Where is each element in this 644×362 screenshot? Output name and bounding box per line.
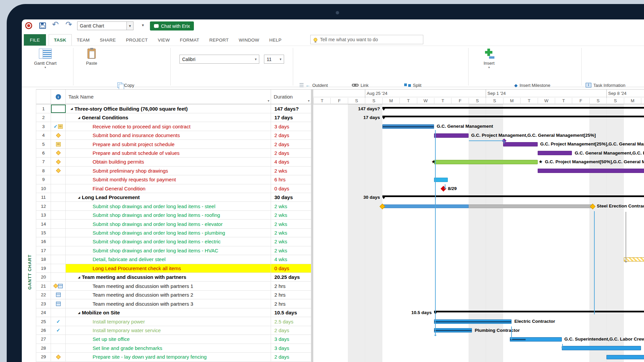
- collapse-triangle-icon[interactable]: ◢: [78, 116, 80, 119]
- indicator-cell[interactable]: [51, 149, 66, 157]
- row-number-cell[interactable]: 13: [36, 211, 51, 219]
- task-name-cell[interactable]: Prepare site - lay down yard and tempora…: [66, 353, 271, 361]
- save-icon[interactable]: [39, 22, 46, 29]
- tab-window[interactable]: WINDOW: [234, 34, 264, 46]
- link-button[interactable]: Link: [352, 81, 369, 89]
- indicator-cell[interactable]: [51, 299, 66, 308]
- duration-cell[interactable]: 30 days: [271, 193, 311, 201]
- summary-bar[interactable]: [434, 311, 644, 312]
- row-number-cell[interactable]: 17: [36, 246, 51, 255]
- task-row[interactable]: 8Submit preliminary shop drawings2 wks: [36, 167, 311, 175]
- row-number-cell[interactable]: 21: [36, 282, 51, 290]
- row-number-cell[interactable]: 12: [36, 202, 51, 210]
- task-name-cell[interactable]: Submit shop drawings and order long lead…: [66, 237, 271, 246]
- duration-cell[interactable]: 10.5 days: [271, 308, 311, 317]
- duration-cell[interactable]: 2 wks: [271, 229, 311, 237]
- collapse-triangle-icon[interactable]: ◢: [70, 107, 73, 110]
- indicator-cell[interactable]: [51, 237, 66, 246]
- row-number-cell[interactable]: 20: [36, 273, 51, 281]
- duration-cell[interactable]: 0 days: [271, 184, 311, 193]
- indicator-cell[interactable]: ✓: [51, 122, 66, 130]
- duration-cell[interactable]: 2 days: [271, 140, 311, 148]
- task-name-cell[interactable]: Submit shop drawings and order long lead…: [66, 220, 271, 228]
- redo-icon[interactable]: ↷: [65, 20, 72, 29]
- row-number-cell[interactable]: 26: [36, 326, 51, 335]
- task-name-cell[interactable]: Install temporary water service: [66, 326, 271, 335]
- indicator-cell[interactable]: [51, 105, 66, 113]
- task-row[interactable]: 13Submit shop drawings and order long le…: [36, 211, 311, 220]
- insert-milestone-button[interactable]: ◆ Insert Milestone: [514, 81, 550, 89]
- duration-cell[interactable]: 2 wks: [271, 237, 311, 246]
- task-row[interactable]: 1◢Three-story Office Building (76,000 sq…: [36, 105, 311, 113]
- indicator-cell[interactable]: [51, 202, 66, 210]
- row-number-cell[interactable]: 1: [36, 105, 51, 113]
- row-number-cell[interactable]: 18: [36, 255, 51, 263]
- task-name-cell[interactable]: Team meeting and discussion with partner…: [66, 291, 271, 299]
- task-row[interactable]: 3✓Receive notice to proceed and sign con…: [36, 122, 311, 131]
- task-name-cell[interactable]: Team meeting and discussion with partner…: [66, 299, 271, 308]
- task-bar[interactable]: [434, 328, 472, 333]
- summary-bar[interactable]: [382, 107, 644, 109]
- task-name-cell[interactable]: Prepare and submit schedule of values: [66, 149, 271, 157]
- task-bar[interactable]: [434, 133, 469, 138]
- task-bar[interactable]: [510, 337, 561, 342]
- task-row[interactable]: 20◢Team meeting and discussion with part…: [36, 273, 311, 282]
- duration-cell[interactable]: 2 wks: [271, 220, 311, 228]
- task-name-cell[interactable]: Submit monthly requests for payment: [66, 175, 271, 184]
- task-name-cell[interactable]: Prepare and submit project schedule: [66, 140, 271, 148]
- row-number-cell[interactable]: 9: [36, 175, 51, 184]
- task-name-cell[interactable]: Submit preliminary shop drawings: [66, 167, 271, 175]
- tab-format[interactable]: FORMAT: [175, 34, 204, 46]
- indicator-cell[interactable]: [51, 344, 66, 352]
- font-name-select[interactable]: Calibri ▼: [179, 55, 259, 64]
- duration-cell[interactable]: 2 hrs: [271, 299, 311, 308]
- indicator-cell[interactable]: [51, 255, 66, 263]
- chat-with-erix-button[interactable]: Chat with Erix: [150, 21, 194, 31]
- task-row[interactable]: 6Prepare and submit schedule of values2 …: [36, 149, 311, 158]
- tell-me-box[interactable]: Tell me what you want to do: [310, 35, 423, 44]
- indicator-cell[interactable]: [51, 291, 66, 299]
- indicator-cell[interactable]: [51, 113, 66, 122]
- task-row[interactable]: 29Prepare site - lay down yard and tempo…: [36, 353, 311, 361]
- task-name-cell[interactable]: Team meeting and discussion with partner…: [66, 282, 271, 290]
- task-bar[interactable]: [382, 124, 434, 129]
- tab-help[interactable]: HELP: [264, 34, 286, 46]
- duration-cell[interactable]: 2 days: [271, 149, 311, 157]
- record-icon[interactable]: [25, 22, 32, 29]
- duration-cell[interactable]: 4 wks: [271, 255, 311, 263]
- task-row[interactable]: 23Team meeting and discussion with partn…: [36, 299, 311, 308]
- indicator-cell[interactable]: [51, 140, 66, 148]
- task-name-cell[interactable]: Obtain building permits: [66, 158, 271, 166]
- duration-cell[interactable]: 6 hrs: [271, 175, 311, 184]
- task-bar[interactable]: [503, 142, 538, 146]
- indicator-cell[interactable]: [51, 193, 66, 201]
- task-row[interactable]: 14Submit shop drawings and order long le…: [36, 220, 311, 228]
- row-number-cell[interactable]: 2: [36, 113, 51, 122]
- row-number-cell[interactable]: 14: [36, 220, 51, 228]
- indicator-cell[interactable]: [51, 220, 66, 228]
- view-selector-arrow[interactable]: ▼: [126, 22, 133, 30]
- duration-header[interactable]: Duration ▾: [271, 89, 311, 104]
- duration-cell[interactable]: 2 days: [271, 326, 311, 335]
- task-row[interactable]: 25✓Install temporary power2.5 days: [36, 317, 311, 326]
- indicator-cell[interactable]: [51, 211, 66, 219]
- task-name-cell[interactable]: Final General Condition: [66, 184, 271, 193]
- task-bar[interactable]: [434, 319, 512, 324]
- duration-cell[interactable]: 2 wks: [271, 211, 311, 219]
- task-row[interactable]: 28Set line and grade benchmarks3 days: [36, 344, 311, 353]
- split-button[interactable]: Split: [404, 81, 421, 89]
- row-number-cell[interactable]: 25: [36, 317, 51, 325]
- duration-cell[interactable]: 3 days: [271, 335, 311, 343]
- tab-report[interactable]: REPORT: [204, 34, 234, 46]
- task-bar[interactable]: [382, 204, 469, 208]
- collapse-triangle-icon[interactable]: ◢: [78, 311, 80, 314]
- indicator-cell[interactable]: [51, 131, 66, 139]
- tab-share[interactable]: SHARE: [95, 34, 121, 46]
- task-bar[interactable]: [538, 151, 572, 155]
- task-bar[interactable]: [606, 355, 644, 359]
- duration-cell[interactable]: 2 wks: [271, 167, 311, 175]
- task-name-cell[interactable]: Submit shop drawings and order long lead…: [66, 202, 271, 210]
- summary-bar[interactable]: [382, 116, 644, 117]
- duration-cell[interactable]: 3 days: [271, 344, 311, 352]
- duration-cell[interactable]: 4 days: [271, 158, 311, 166]
